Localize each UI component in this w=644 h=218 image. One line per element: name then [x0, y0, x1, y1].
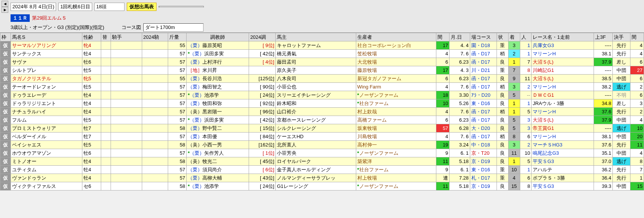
cell: 重: [497, 174, 508, 182]
col-kan2[interactable]: 間: [630, 33, 644, 41]
cell: 牡4: [82, 108, 101, 116]
prev-day-button[interactable]: ◀: [2, 1, 8, 7]
blank-input-1[interactable]: [159, 6, 204, 8]
col-owner[interactable]: 馬主: [276, 33, 356, 41]
cell: 11: [520, 75, 532, 83]
table-row[interactable]: 仮フルム牡557*（栗）浜田多実[ 42位]京都ホースレーシング高橋ファーム66…: [0, 116, 644, 124]
col-3f[interactable]: 上3F: [594, 33, 613, 41]
col-sexage[interactable]: 性齢: [82, 33, 101, 41]
cell: 6: [436, 58, 450, 66]
col-pop[interactable]: 人: [520, 33, 532, 41]
cell: 東・D16: [470, 166, 497, 174]
cell: [111, 83, 142, 91]
cell: 38.1: [594, 133, 613, 141]
cell: 牝5: [82, 75, 101, 83]
cell: 築紫洋: [356, 157, 436, 166]
cell: [ 45位]: [249, 157, 276, 166]
col-name[interactable]: 馬名S: [11, 33, 82, 41]
table-row[interactable]: 仮ペイシャエス牡558（美）小西一男[162位]北所直人高村伸一193.24中・…: [0, 141, 644, 149]
cell: [142, 166, 168, 174]
col-finish[interactable]: 着: [508, 33, 520, 41]
cell: 逃げ: [612, 83, 630, 91]
cell: 1: [630, 174, 644, 182]
cell: 4: [508, 174, 520, 182]
cell: 牡4: [82, 174, 101, 182]
cell: 37.9: [594, 58, 613, 66]
cell: 牝4: [82, 41, 101, 50]
table-row[interactable]: 仮サーマルソアリング牝455（栗）藤原英昭[ 9位]キャロットファーム社台コーポ…: [0, 41, 644, 50]
cell: 55: [168, 75, 187, 83]
col-jockey[interactable]: 騎手: [111, 33, 142, 41]
cell: 1: [520, 99, 532, 108]
col-kae[interactable]: 替: [101, 33, 111, 41]
table-row[interactable]: 仮ドゥラエレーデ牡457*（栗）池添学[ 24位]スリーエイチレーシング*ノーザ…: [0, 91, 644, 99]
cell: 5: [520, 157, 532, 166]
cell: [142, 66, 168, 75]
col-kan[interactable]: 間: [436, 33, 450, 41]
cell: ノルマンディーサラブレッ: [276, 174, 356, 182]
cell: [162位]: [249, 141, 276, 149]
table-row[interactable]: 仮ホウオウアマゾン牡657*（栗）矢作芳人[ 1位]小笹芳央*ノーザンファーム9…: [0, 149, 644, 157]
cell: 6: [436, 116, 450, 124]
header: ◀ ▶ 2024年 8月 4日(日) 1回札幌6日目 18頭 仮想出馬表 １１Ｒ…: [0, 0, 644, 33]
cell: 仮: [0, 83, 11, 91]
table-row[interactable]: 仮ナチュラルハイ牡457（美）黒岩陽一[ 96位]山口裕介村上欽哉47. 6函・…: [0, 108, 644, 116]
cell: （栗）上村洋行: [187, 58, 249, 66]
table-row[interactable]: 仮ヴァンドゥラン牡457（栗）高柳大輔[ 43位]ノルマンディーサラブレッ村上牧…: [0, 174, 644, 182]
cell: 函・D17: [470, 83, 497, 91]
cell: 57: [168, 133, 187, 141]
table-row[interactable]: 仮ミトノオー牡458（美）牧光二[ 45位]ロイヤルパーク築紫洋115.18京・…: [0, 157, 644, 166]
cell: 京・T20: [470, 149, 497, 157]
cell: G1レーシング: [276, 182, 356, 191]
cell: 仮: [0, 41, 11, 50]
cell: 仮: [0, 75, 11, 83]
cell: JRAウル・3勝: [532, 99, 594, 108]
table-row[interactable]: 仮ヴィクティファルスセ658*（栗）池添学[ 24位]G1レーシング*ノーザンフ…: [0, 182, 644, 191]
cell: 原久美子: [276, 66, 356, 75]
table-row[interactable]: 仮シルトプレ牡557［地］米川昇原久美子藤原牧場174. 3川・D21重78川崎…: [0, 66, 644, 75]
cell: シルトプレ: [11, 66, 82, 75]
cell: 57: [168, 83, 187, 91]
col-trainer[interactable]: 調教師: [187, 33, 249, 41]
course-input[interactable]: ダート1700m: [143, 23, 204, 32]
table-row[interactable]: 仮ドゥラリジリエント牡457（栗）牧田和弥[ 92位]鈴木昭和*社台ファーム10…: [0, 99, 644, 108]
cell: 57: [168, 108, 187, 116]
cell: 大沼Ｓ(L): [532, 58, 594, 66]
cell: 6: [630, 91, 644, 99]
col-weight[interactable]: 斤量: [168, 33, 187, 41]
cell: テーオードレフォン: [11, 83, 82, 91]
cell: 4: [630, 149, 644, 157]
cell: [ 84位]: [249, 133, 276, 141]
col-trank[interactable]: 2024調: [249, 33, 276, 41]
cell: --: [520, 91, 532, 99]
cell: 7. 6: [450, 133, 470, 141]
next-day-button[interactable]: ▶: [2, 7, 8, 13]
date-field[interactable]: 2024年 8月 4日(日): [11, 3, 56, 11]
cell: 中団: [612, 75, 630, 83]
col-jrank[interactable]: 2024騎: [142, 33, 168, 41]
cell: 58: [168, 157, 187, 166]
meeting-field[interactable]: 1回札幌6日目: [58, 3, 92, 11]
col-cond[interactable]: 状: [497, 33, 508, 41]
cell: 重: [497, 166, 508, 174]
cell: 仮: [0, 66, 11, 75]
table-row[interactable]: 仮タガノクリステル牝555（栗）長谷川浩[125位]八木良司新冠タガノファーム6…: [0, 75, 644, 83]
table-row[interactable]: 仮サンテックス牡457*（栗）浜田多実[ 42位]橋元勇氣笠松牧場47. 6函・…: [0, 50, 644, 58]
cell: ヴァンドゥラン: [11, 174, 82, 182]
cell: [142, 99, 168, 108]
cell: 良: [497, 75, 508, 83]
col-style[interactable]: 決手: [612, 33, 630, 41]
header-row-2: １１Ｒ 第29回エルムＳ: [0, 14, 644, 23]
table-row[interactable]: 仮サヴァ牡657（栗）上村洋行[ 4位]藤田孟司大北牧場66.23函・D17良1…: [0, 58, 644, 66]
cell: *社台ファーム: [356, 166, 436, 174]
table-row[interactable]: 仮プロミストウォリア牡758（栗）野中賢二[ 15位]シルクレーシング坂東牧場5…: [0, 124, 644, 133]
col-course[interactable]: 場コース: [470, 33, 497, 41]
col-waku[interactable]: 枠: [0, 33, 11, 41]
table-row[interactable]: 仮ユティタム牡457（栗）須貝尚介[ 6位]金子真人ホールディング*社台ファーム…: [0, 166, 644, 174]
col-racename[interactable]: レース名・1走前: [532, 33, 594, 41]
cell: 函・D17: [470, 50, 497, 58]
table-row[interactable]: 仮テーオードレフォン牡557（栗）梅田智之[ 90位]小笹公也Wing Farm…: [0, 83, 644, 91]
col-date[interactable]: 月.日: [450, 33, 470, 41]
table-row[interactable]: 仮ベルダーイメル牡757（栗）本田優[ 84位]ケーエスHD川島牧場47. 6函…: [0, 133, 644, 141]
col-breeder[interactable]: 生産者: [356, 33, 436, 41]
